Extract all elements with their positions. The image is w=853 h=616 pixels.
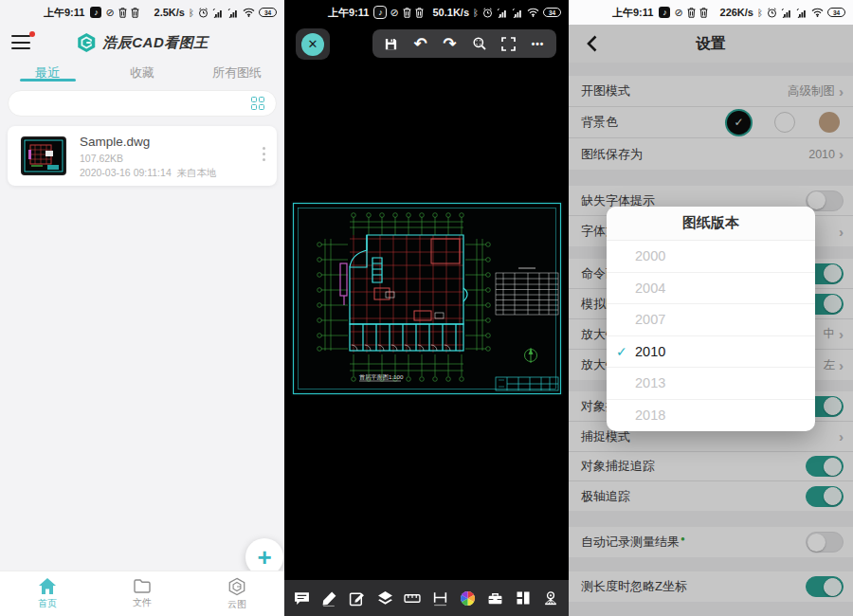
battery-icon: 34 <box>543 8 561 17</box>
file-size: 107.62KB <box>80 153 123 164</box>
save-icon <box>384 37 398 51</box>
logo-hexagon-icon <box>76 32 97 53</box>
file-date-source: 2020-03-16 09:11:14 来自本地 <box>80 167 217 180</box>
tab-bar: 最近 收藏 所有图纸 <box>0 61 284 87</box>
signal-icon <box>781 8 792 18</box>
status-time: 上午9:11 <box>612 6 653 20</box>
viewer-toolbar: ↶ ↷ ••• <box>372 29 556 58</box>
search-input[interactable] <box>20 96 251 111</box>
close-drawing-button[interactable]: ✕ <box>296 28 330 60</box>
alarm-icon <box>198 8 209 18</box>
version-option-2013[interactable]: 2013 <box>607 368 815 400</box>
version-option-2004[interactable]: 2004 <box>607 273 815 305</box>
layers-tool-button[interactable] <box>373 586 396 610</box>
dialog-title: 图纸版本 <box>607 207 815 241</box>
layout-button[interactable] <box>512 586 535 610</box>
pencil-icon <box>321 590 337 607</box>
trash-icon <box>687 8 696 18</box>
wifi-icon <box>527 8 539 17</box>
layers-icon <box>377 590 393 607</box>
network-speed: 226K/s <box>720 7 753 18</box>
more-button[interactable]: ••• <box>526 31 551 56</box>
save-button[interactable] <box>379 31 404 56</box>
tab-all-drawings[interactable]: 所有图纸 <box>190 61 284 87</box>
version-option-2010[interactable]: ✓ 2010 <box>607 336 815 369</box>
signal-icon <box>512 8 523 18</box>
close-icon: ✕ <box>301 33 324 56</box>
bluetooth-icon: ᛒ <box>473 8 479 18</box>
check-icon: ✓ <box>616 344 627 359</box>
fullscreen-button[interactable] <box>497 31 521 56</box>
projector-eye-icon <box>542 590 559 607</box>
status-bar: 上午9:11 ♪ ⊘ 50.1K/s ᛒ 34 <box>284 0 569 25</box>
file-more-button[interactable] <box>263 147 265 164</box>
trash-icon <box>415 8 424 18</box>
version-option-2000[interactable]: 2000 <box>607 241 815 273</box>
drawing-thumbnail <box>21 136 66 175</box>
view-mode-button[interactable] <box>539 586 562 610</box>
toolbox-button[interactable] <box>484 586 507 610</box>
blocked-icon: ⊘ <box>674 7 682 19</box>
trash-icon <box>118 8 127 18</box>
signal-icon <box>227 8 239 18</box>
blocked-icon: ⊘ <box>390 7 398 19</box>
distance-tool-button[interactable] <box>429 586 452 610</box>
app-header: 浩辰CAD看图王 <box>0 25 284 61</box>
battery-icon: 34 <box>827 8 845 17</box>
tiktok-notification-icon: ♪ <box>659 7 670 18</box>
home-screen-panel: 上午9:11 ♪ ⊘ 2.5K/s ᛒ 34 浩辰CAD看图王 最近 收藏 <box>0 0 284 616</box>
grid-view-icon[interactable] <box>251 97 264 110</box>
search-bar[interactable] <box>8 90 277 117</box>
drawing-caption: 首层平面图1:100 <box>359 373 404 381</box>
file-card[interactable]: Sample.dwg 107.62KB 2020-03-16 09:11:14 … <box>8 126 277 186</box>
signal-icon <box>497 8 508 18</box>
draw-tool-button[interactable] <box>318 586 341 610</box>
distance-icon <box>432 590 448 607</box>
comment-icon <box>294 590 310 607</box>
home-icon <box>38 577 57 595</box>
folder-icon <box>133 577 152 594</box>
wifi-icon <box>243 8 255 17</box>
cloud-logo-icon <box>227 577 246 596</box>
redo-icon: ↷ <box>443 34 456 53</box>
bluetooth-icon: ᛒ <box>757 8 763 18</box>
comment-tool-button[interactable] <box>291 586 314 610</box>
tab-favorites[interactable]: 收藏 <box>95 61 190 87</box>
color-tool-button[interactable] <box>457 586 480 610</box>
menu-button[interactable] <box>11 35 32 50</box>
file-name: Sample.dwg <box>80 135 150 149</box>
drawing-version-dialog: 图纸版本 2000 2004 2007 ✓ 2010 2013 2018 <box>607 207 815 431</box>
redo-button[interactable]: ↷ <box>438 31 463 56</box>
status-bar: 上午9:11 ♪ ⊘ 226K/s ᛒ 34 <box>569 0 853 25</box>
ruler-icon <box>404 590 421 607</box>
alarm-icon <box>482 8 493 18</box>
edit-tool-button[interactable] <box>346 586 369 610</box>
trash-icon <box>403 8 411 18</box>
status-time: 上午9:11 <box>44 6 84 20</box>
zoom-button[interactable] <box>467 31 492 56</box>
edit-note-icon <box>349 590 365 607</box>
drawing-canvas[interactable]: 首层平面图1:100 <box>291 201 563 396</box>
version-option-2018[interactable]: 2018 <box>607 400 815 432</box>
toolbox-icon <box>487 590 503 607</box>
network-speed: 2.5K/s <box>154 7 185 18</box>
nav-cloud[interactable]: 云图 <box>190 571 284 616</box>
measure-tool-button[interactable] <box>401 586 424 610</box>
trash-icon <box>131 8 139 18</box>
blocked-icon: ⊘ <box>105 7 114 19</box>
nav-home[interactable]: 首页 <box>0 571 95 616</box>
screenshot-root: 上午9:11 ♪ ⊘ 2.5K/s ᛒ 34 浩辰CAD看图王 最近 收藏 <box>0 0 853 616</box>
tab-recent[interactable]: 最近 <box>0 61 95 87</box>
version-option-2007[interactable]: 2007 <box>607 304 815 336</box>
app-logo: 浩辰CAD看图王 <box>76 32 209 53</box>
notification-dot <box>29 31 35 37</box>
nav-files[interactable]: 文件 <box>95 571 190 616</box>
signal-icon <box>796 8 808 18</box>
cad-viewer-panel: 上午9:11 ♪ ⊘ 50.1K/s ᛒ 34 ✕ ↶ ↷ <box>284 0 569 616</box>
more-icon: ••• <box>532 39 545 49</box>
status-time: 上午9:11 <box>328 6 369 20</box>
undo-button[interactable]: ↶ <box>408 31 433 56</box>
signal-icon <box>212 8 224 18</box>
settings-panel: 上午9:11 ♪ ⊘ 226K/s ᛒ 34 设置 开图模式 高级制图 › <box>569 0 853 616</box>
alarm-icon <box>767 8 777 18</box>
